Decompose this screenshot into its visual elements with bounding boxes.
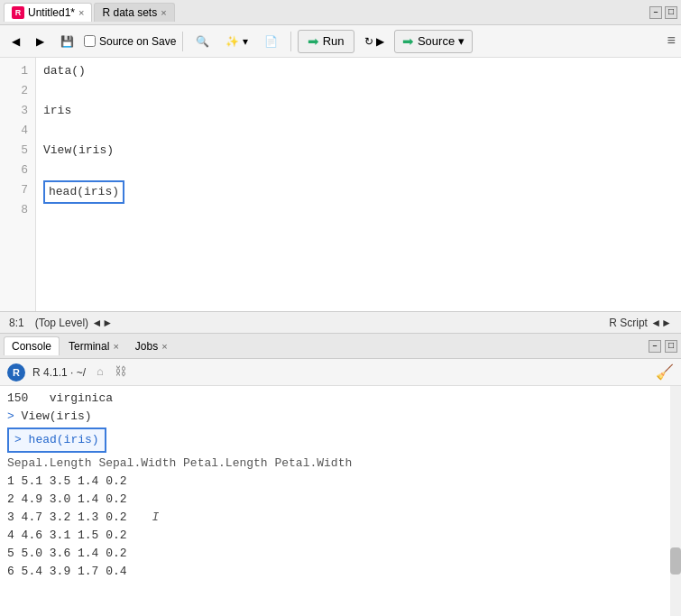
editor-toolbar: ◀ ▶ 💾 Source on Save 🔍 ✨ ▾ 📄 ➡ Run ↻ ▶ — [0, 25, 681, 58]
head-command: > head(iris) — [14, 433, 99, 446]
source-on-save-container: Source on Save — [84, 35, 176, 48]
source-dropdown-icon: ▾ — [458, 34, 465, 48]
table-row-3: 3 4.7 3.2 1.3 0.2 I — [7, 509, 674, 527]
run-arrow-icon: ➡ — [308, 33, 319, 50]
terminal-close-icon[interactable]: × — [113, 341, 118, 352]
highlighted-code: head(iris) — [43, 180, 124, 204]
wand-icon: ✨ ▾ — [225, 35, 247, 48]
console-output-content: 150 virginica > View(iris) > head(iris) … — [7, 390, 674, 581]
code-line-7: head(iris) — [43, 180, 674, 204]
table-row-6: 6 5.4 3.9 1.7 0.4 — [7, 563, 674, 581]
tab-rdatasets-close[interactable]: × — [161, 7, 166, 18]
home-icon: ⌂ — [97, 365, 104, 379]
wand-btn[interactable]: ✨ ▾ — [219, 32, 253, 51]
line-numbers: 1 2 3 4 5 6 7 8 — [0, 58, 36, 311]
table-row-4: 4 4.6 3.1 1.5 0.2 — [7, 527, 674, 545]
console-window-controls: – □ — [649, 340, 677, 353]
save-icon: 💾 — [60, 35, 74, 48]
line-num-8: 8 — [0, 200, 28, 220]
status-bar: 8:1 (Top Level) ◄► R Script ◄► — [0, 311, 681, 333]
find-btn[interactable]: 🔍 — [189, 32, 216, 51]
rerun-btn[interactable]: ↻ ▶ — [358, 32, 391, 51]
scrollbar-track[interactable] — [670, 386, 681, 616]
r-logo: R — [7, 363, 25, 382]
cursor-position: 8:1 — [9, 317, 24, 329]
link-icon: ⛓ — [115, 365, 126, 379]
compile-icon: 📄 — [264, 35, 278, 48]
line-num-4: 4 — [0, 121, 28, 141]
cursor-indicator: I — [152, 510, 159, 524]
run-label: Run — [323, 34, 345, 48]
tab-console[interactable]: Console — [4, 336, 60, 355]
editor-container: R Untitled1* × R data sets × – □ ◀ ▶ 💾 S… — [0, 0, 681, 334]
save-btn[interactable]: 💾 — [54, 32, 80, 51]
run-button[interactable]: ➡ Run — [298, 30, 354, 53]
separator-1 — [182, 32, 183, 51]
table-row-2: 2 4.9 3.0 1.4 0.2 — [7, 491, 674, 509]
forward-btn[interactable]: ▶ — [30, 32, 51, 51]
tab-terminal[interactable]: Terminal × — [61, 337, 126, 355]
console-maximize-btn[interactable]: □ — [665, 340, 677, 353]
console-minimize-btn[interactable]: – — [649, 340, 661, 353]
console-output[interactable]: 150 virginica > View(iris) > head(iris) … — [0, 386, 681, 616]
tab-untitled1-close[interactable]: × — [78, 7, 84, 18]
table-row-1: 1 5.1 3.5 1.4 0.2 — [7, 473, 674, 491]
maximize-btn[interactable]: □ — [665, 6, 677, 19]
code-line-6 — [43, 161, 674, 180]
line-num-6: 6 — [0, 161, 28, 180]
tab-untitled1[interactable]: R Untitled1* × — [4, 3, 92, 22]
source-on-save-label: Source on Save — [99, 35, 176, 48]
console-tab-bar: Console Terminal × Jobs × – □ — [0, 334, 681, 359]
source-arrow-icon: ➡ — [402, 33, 414, 50]
source-label: Source — [418, 34, 455, 48]
back-icon: ◀ — [12, 35, 20, 48]
minimize-btn[interactable]: – — [649, 6, 662, 19]
code-line-8 — [43, 204, 674, 224]
tab-rdatasets-label: R data sets — [102, 6, 157, 19]
editor-tab-bar: R Untitled1* × R data sets × – □ — [0, 0, 681, 25]
clear-console-icon[interactable]: 🧹 — [656, 363, 674, 382]
line-num-5: 5 — [0, 141, 28, 161]
output-view-cmd: > View(iris) — [7, 408, 674, 426]
tab-rdatasets[interactable]: R data sets × — [94, 3, 174, 22]
col-headers: Sepal.Length Sepal.Width Petal.Length Pe… — [7, 456, 352, 470]
console-toolbar: R R 4.1.1 · ~/ ⌂ ⛓ 🧹 — [0, 359, 681, 386]
code-content[interactable]: data() iris View(iris) head(iris) — [36, 58, 681, 311]
source-button[interactable]: ➡ Source ▾ — [394, 30, 473, 53]
selected-command-block: > head(iris) — [7, 428, 674, 453]
console-container: Console Terminal × Jobs × – □ R R 4.1.1 … — [0, 334, 681, 616]
line-num-3: 3 — [0, 101, 28, 121]
line-num-7: 7 — [0, 180, 28, 200]
top-level-indicator: (Top Level) ◄► — [35, 317, 113, 329]
tab-jobs[interactable]: Jobs × — [128, 337, 175, 355]
console-tab-label: Console — [12, 340, 51, 353]
code-line-2 — [43, 81, 674, 101]
output-line-virginica: 150 virginica — [7, 390, 674, 408]
code-line-1: data() — [43, 61, 674, 81]
r-file-icon: R — [12, 6, 24, 19]
r-version-info: R 4.1.1 · ~/ — [32, 366, 86, 379]
prompt-icon-2: > — [14, 433, 22, 446]
source-on-save-checkbox[interactable] — [84, 35, 96, 47]
back-btn[interactable]: ◀ — [5, 32, 26, 51]
forward-icon: ▶ — [36, 35, 44, 48]
scrollbar-thumb[interactable] — [670, 547, 681, 575]
line-num-1: 1 — [0, 61, 28, 81]
jobs-close-icon[interactable]: × — [161, 341, 167, 352]
separator-2 — [290, 32, 291, 51]
compile-btn[interactable]: 📄 — [258, 32, 284, 51]
tab-untitled1-label: Untitled1* — [28, 6, 75, 19]
find-icon: 🔍 — [196, 35, 209, 48]
code-area: 1 2 3 4 5 6 7 8 data() iris View(iris) h… — [0, 58, 681, 311]
hamburger-icon[interactable]: ≡ — [667, 33, 676, 50]
script-type: R Script ◄► — [609, 317, 672, 329]
line-num-2: 2 — [0, 81, 28, 101]
jobs-tab-label: Jobs — [135, 340, 158, 353]
table-header-row: Sepal.Length Sepal.Width Petal.Length Pe… — [7, 455, 674, 473]
code-line-3: iris — [43, 101, 674, 121]
terminal-tab-label: Terminal — [69, 340, 109, 353]
code-line-4 — [43, 121, 674, 141]
code-line-5: View(iris) — [43, 141, 674, 161]
rerun-icon: ↻ ▶ — [364, 35, 384, 48]
editor-window-controls: – □ — [649, 6, 677, 19]
